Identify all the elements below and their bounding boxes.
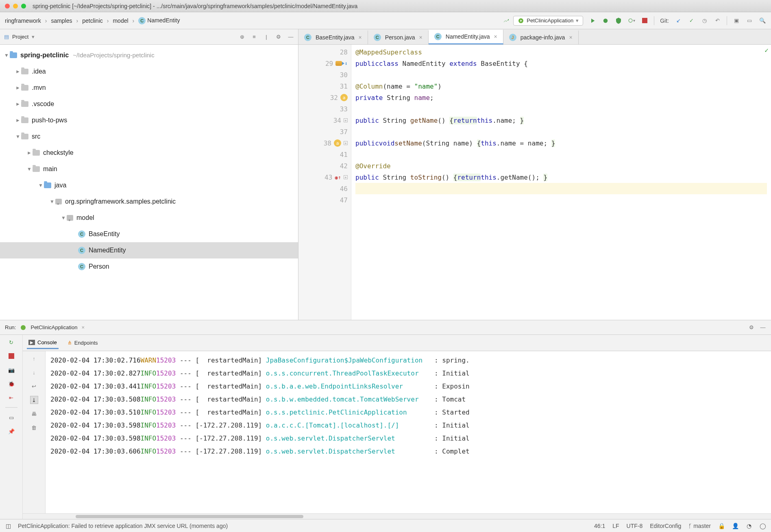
gear-icon[interactable]: ⚙ bbox=[748, 324, 755, 331]
editor-gutter[interactable]: 2829⬇3031323334+3738+414243◉↑+4647 bbox=[298, 45, 351, 320]
editor-tabs: BaseEntity.java×Person.java×NamedEntity.… bbox=[298, 29, 771, 45]
project-structure-icon[interactable]: ▣ bbox=[733, 17, 740, 24]
project-view-icon[interactable]: ▤ bbox=[4, 34, 9, 40]
code-area[interactable]: @MappedSuperclasspublic class NamedEntit… bbox=[351, 45, 771, 320]
chevron-down-icon[interactable]: ▾ bbox=[32, 34, 35, 40]
stop-button[interactable] bbox=[641, 17, 648, 24]
minimize-window-button[interactable] bbox=[13, 4, 18, 9]
code-editor[interactable]: ✓ 2829⬇3031323334+3738+414243◉↑+4647 @Ma… bbox=[298, 45, 771, 320]
stop-icon[interactable] bbox=[7, 352, 15, 360]
breadcrumb-item[interactable]: NamedEntity bbox=[136, 16, 182, 25]
inspector-icon[interactable]: 👤 bbox=[732, 523, 738, 529]
soft-wrap-icon[interactable]: ↩ bbox=[30, 382, 38, 390]
layout-icon[interactable]: ▭ bbox=[7, 413, 15, 421]
gear-icon[interactable]: ⚙ bbox=[275, 34, 282, 40]
tree-item--idea[interactable]: .idea bbox=[0, 63, 298, 80]
tree-item-main[interactable]: main bbox=[0, 161, 298, 177]
expand-all-icon[interactable]: ≡ bbox=[251, 34, 257, 40]
git-branch[interactable]: ᚶ master bbox=[688, 523, 711, 529]
editor-pane: BaseEntity.java×Person.java×NamedEntity.… bbox=[298, 29, 771, 320]
line-ending[interactable]: LF bbox=[612, 523, 619, 529]
run-app-name[interactable]: PetClinicApplication bbox=[30, 324, 77, 330]
close-icon[interactable]: × bbox=[81, 324, 85, 330]
console-output[interactable]: 2020-02-04 17:30:02.716 WARN 15203 --- [… bbox=[46, 351, 771, 513]
breadcrumb-item[interactable]: samples bbox=[48, 17, 74, 25]
editor-tab-NamedEntity.java[interactable]: NamedEntity.java× bbox=[429, 30, 503, 44]
tree-item-org-springframework-samples-petclinic[interactable]: org.springframework.samples.petclinic bbox=[0, 193, 298, 210]
status-bar: ◫ PetClinicApplication: Failed to retrie… bbox=[0, 519, 771, 532]
tree-item-model[interactable]: model bbox=[0, 210, 298, 226]
tool-windows-icon[interactable]: ◫ bbox=[5, 523, 11, 529]
close-icon[interactable]: × bbox=[358, 34, 362, 41]
dump-icon[interactable]: 📷 bbox=[7, 366, 15, 374]
tree-root[interactable]: spring-petclinic~/IdeaProjects/spring-pe… bbox=[0, 47, 298, 63]
coverage-icon[interactable] bbox=[615, 17, 622, 24]
project-tree[interactable]: spring-petclinic~/IdeaProjects/spring-pe… bbox=[0, 45, 298, 277]
run-side-toolbar: ↻ 📷 🐞 ⇤ ▭ 📌 bbox=[0, 335, 23, 519]
horizontal-scrollbar[interactable] bbox=[23, 513, 771, 519]
divider-icon: | bbox=[263, 34, 270, 40]
hide-icon[interactable]: — bbox=[287, 34, 294, 40]
tree-item-BaseEntity[interactable]: BaseEntity bbox=[0, 226, 298, 242]
lock-icon[interactable]: 🔒 bbox=[718, 523, 725, 529]
close-icon[interactable]: × bbox=[494, 33, 497, 40]
run-config-selector[interactable]: PetClinicApplication ▾ bbox=[513, 16, 583, 26]
run-icon[interactable] bbox=[589, 17, 596, 24]
fold-icon[interactable]: + bbox=[344, 141, 348, 145]
clear-icon[interactable]: 🗑 bbox=[30, 423, 38, 432]
vcs-commit-icon[interactable]: ✓ bbox=[688, 17, 695, 24]
tab-console[interactable]: ▶ Console bbox=[27, 337, 59, 349]
breadcrumb-item[interactable]: petclinic bbox=[80, 17, 105, 25]
editor-tab-Person.java[interactable]: Person.java× bbox=[368, 30, 429, 44]
project-header: ▤ Project ▾ ⊕ ≡ | ⚙ — bbox=[0, 29, 298, 45]
file-encoding[interactable]: UTF-8 bbox=[627, 523, 643, 529]
hide-icon[interactable]: — bbox=[760, 324, 766, 331]
search-everywhere-icon[interactable]: 🔍 bbox=[759, 17, 766, 24]
notify-icon[interactable]: ◯ bbox=[760, 523, 766, 529]
close-window-button[interactable] bbox=[5, 4, 10, 9]
down-icon[interactable]: ↓ bbox=[30, 368, 38, 376]
tree-item--mvn[interactable]: .mvn bbox=[0, 80, 298, 96]
scroll-end-icon[interactable]: ⤓ bbox=[30, 396, 38, 404]
exit-icon[interactable]: ⇤ bbox=[7, 393, 15, 402]
fold-icon[interactable]: + bbox=[344, 118, 348, 122]
fold-icon[interactable]: + bbox=[344, 175, 348, 179]
build-icon[interactable] bbox=[503, 17, 510, 24]
db-gutter-icon[interactable] bbox=[335, 61, 342, 66]
vcs-history-icon[interactable]: ◷ bbox=[701, 17, 708, 24]
locate-icon[interactable]: ⊕ bbox=[239, 34, 245, 40]
annotation-gutter-icon[interactable] bbox=[340, 94, 348, 101]
vcs-update-icon[interactable]: ↙ bbox=[675, 17, 682, 24]
debug-icon[interactable] bbox=[602, 17, 609, 24]
close-icon[interactable]: × bbox=[419, 34, 423, 41]
tree-item-Person[interactable]: Person bbox=[0, 258, 298, 275]
tree-item-src[interactable]: src bbox=[0, 128, 298, 145]
tab-endpoints[interactable]: ⋔ Endpoints bbox=[66, 337, 100, 348]
tree-item-java[interactable]: java bbox=[0, 177, 298, 193]
tree-item-checkstyle[interactable]: checkstyle bbox=[0, 145, 298, 161]
print-icon[interactable]: 🖶 bbox=[30, 410, 38, 418]
close-icon[interactable]: × bbox=[569, 34, 572, 41]
zoom-window-button[interactable] bbox=[21, 4, 26, 9]
memory-icon[interactable]: ◔ bbox=[746, 523, 752, 529]
editor-tab-package-info.java[interactable]: package-info.java× bbox=[503, 30, 579, 44]
spring-icon bbox=[20, 324, 26, 331]
project-view-label[interactable]: Project bbox=[12, 34, 28, 40]
debug-attach-icon[interactable]: 🐞 bbox=[7, 380, 15, 388]
rerun-icon[interactable]: ↻ bbox=[7, 338, 15, 346]
editor-tab-BaseEntity.java[interactable]: BaseEntity.java× bbox=[298, 30, 368, 44]
breadcrumb-item[interactable]: model bbox=[110, 17, 131, 25]
ide-settings-icon[interactable]: ▭ bbox=[746, 17, 753, 24]
annotation-gutter-icon[interactable] bbox=[334, 139, 341, 147]
vcs-revert-icon[interactable]: ↶ bbox=[714, 17, 721, 24]
breadcrumb-item[interactable]: ringframework bbox=[2, 17, 44, 25]
tree-item-push-to-pws[interactable]: push-to-pws bbox=[0, 112, 298, 128]
caret-position[interactable]: 46:1 bbox=[594, 523, 605, 529]
pin-icon[interactable]: 📌 bbox=[7, 427, 15, 435]
tree-item--vscode[interactable]: .vscode bbox=[0, 96, 298, 112]
profile-icon[interactable]: ▾ bbox=[628, 17, 635, 24]
override-gutter-icon[interactable]: ◉↑ bbox=[335, 174, 341, 180]
up-icon[interactable]: ↑ bbox=[30, 354, 38, 363]
tree-item-NamedEntity[interactable]: NamedEntity bbox=[0, 242, 298, 258]
editorconfig[interactable]: EditorConfig bbox=[650, 523, 681, 529]
